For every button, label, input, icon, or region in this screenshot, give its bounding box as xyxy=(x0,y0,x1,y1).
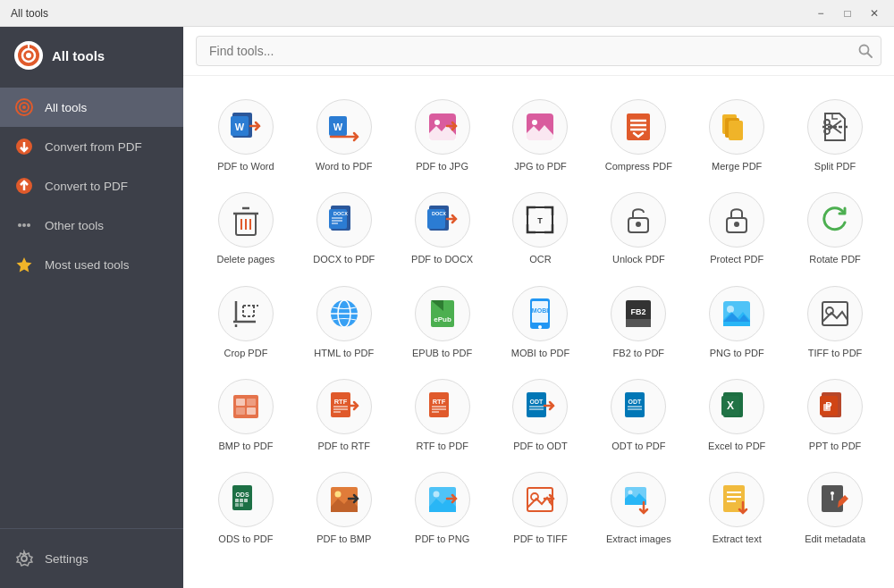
svg-rect-113 xyxy=(823,404,831,411)
sidebar-item-convert-to-pdf[interactable]: Convert to PDF xyxy=(0,166,183,206)
close-button[interactable]: ✕ xyxy=(862,4,887,23)
sidebar-label-most-used-tools: Most used tools xyxy=(45,258,130,272)
tool-icon-pdf-to-docx: DOCX xyxy=(415,192,470,248)
svg-rect-103 xyxy=(625,392,645,417)
tool-item-merge-pdf[interactable]: Merge PDF xyxy=(688,90,785,180)
tool-icon-compress-pdf xyxy=(611,99,666,155)
sidebar-label-settings: Settings xyxy=(45,552,89,566)
tool-icon-html-to-pdf xyxy=(316,286,372,341)
sidebar-item-most-used-tools[interactable]: Most used tools xyxy=(0,245,183,284)
tool-item-pdf-to-tiff[interactable]: PDF to TIFF xyxy=(493,463,589,552)
sidebar-item-convert-from-pdf[interactable]: Convert from PDF xyxy=(0,127,183,166)
tool-item-rtf-to-pdf[interactable]: RTF RTF to PDF xyxy=(394,370,491,459)
tool-icon-excel-to-pdf: X xyxy=(709,379,764,434)
main-layout: All tools All tools xyxy=(0,27,894,588)
tool-label-ods-to-pdf: ODS to PDF xyxy=(218,533,273,545)
tool-icon-pdf-to-png xyxy=(415,472,470,527)
svg-text:MOBI: MOBI xyxy=(532,307,548,314)
tool-label-merge-pdf: Merge PDF xyxy=(712,160,762,172)
tool-item-bmp-to-pdf[interactable]: BMP to PDF xyxy=(198,370,294,459)
svg-point-57 xyxy=(734,222,739,227)
tool-item-edit-metadata[interactable]: i Edit metadata xyxy=(787,463,883,552)
tool-item-protect-pdf[interactable]: Protect PDF xyxy=(688,183,785,273)
tool-icon-extract-text xyxy=(709,472,764,527)
tool-item-pdf-to-png[interactable]: PDF to PNG xyxy=(394,463,491,552)
tool-icon-delete-pages xyxy=(218,192,274,248)
tool-icon-split-pdf xyxy=(807,99,863,155)
tool-item-unlock-pdf[interactable]: Unlock PDF xyxy=(590,183,687,273)
svg-rect-87 xyxy=(236,407,245,415)
maximize-button[interactable]: □ xyxy=(835,4,860,23)
tool-icon-protect-pdf xyxy=(709,192,764,248)
tool-label-compress-pdf: Compress PDF xyxy=(605,160,672,172)
convert-from-pdf-icon xyxy=(14,137,34,156)
minimize-button[interactable]: − xyxy=(808,4,833,23)
sidebar-label-convert-to-pdf: Convert to PDF xyxy=(45,180,128,193)
tool-item-epub-to-pdf[interactable]: ePub EPUB to PDF xyxy=(394,277,491,366)
tool-item-rotate-pdf[interactable]: Rotate PDF xyxy=(787,183,883,273)
logo-svg xyxy=(17,44,40,67)
tool-item-word-to-pdf[interactable]: W Word to PDF xyxy=(296,90,392,180)
svg-point-13 xyxy=(21,556,27,561)
tool-item-delete-pages[interactable]: Delete pages xyxy=(198,183,294,273)
tool-item-pdf-to-rtf[interactable]: RTF PDF to RTF xyxy=(296,370,392,459)
tool-item-pdf-to-jpg[interactable]: PDF to JPG xyxy=(394,90,491,180)
tool-item-pdf-to-odt[interactable]: ODT PDF to ODT xyxy=(493,370,589,459)
svg-text:RTF: RTF xyxy=(432,398,445,406)
svg-rect-88 xyxy=(247,407,256,415)
tool-label-fb2-to-pdf: FB2 to PDF xyxy=(613,347,664,359)
tool-item-extract-text[interactable]: Extract text xyxy=(688,463,785,552)
tool-icon-pdf-to-odt: ODT xyxy=(512,379,568,434)
tool-item-ppt-to-pdf[interactable]: P PPT to PDF xyxy=(787,370,883,459)
tool-icon-mobi-to-pdf: MOBI xyxy=(512,286,568,341)
tool-item-compress-pdf[interactable]: Compress PDF xyxy=(590,90,687,180)
tool-label-html-to-pdf: HTML to PDF xyxy=(314,347,374,359)
tool-item-ods-to-pdf[interactable]: ODS ODS to PDF xyxy=(198,463,294,552)
app-logo-icon xyxy=(14,41,43,70)
tool-label-epub-to-pdf: EPUB to PDF xyxy=(412,347,472,359)
svg-rect-129 xyxy=(723,485,745,512)
svg-text:FB2: FB2 xyxy=(631,307,646,316)
tool-item-jpg-to-pdf[interactable]: JPG to PDF xyxy=(493,90,589,180)
tool-item-pdf-to-docx[interactable]: DOCX PDF to DOCX xyxy=(394,183,491,273)
tool-icon-crop-pdf xyxy=(218,286,274,341)
svg-text:DOCX: DOCX xyxy=(432,211,446,216)
svg-point-6 xyxy=(22,105,26,109)
tool-label-extract-images: Extract images xyxy=(606,533,671,545)
tool-item-png-to-pdf[interactable]: PNG to PDF xyxy=(688,277,785,366)
tool-item-docx-to-pdf[interactable]: DOCX DOCX to PDF xyxy=(296,183,392,273)
tool-item-html-to-pdf[interactable]: HTML to PDF xyxy=(296,277,392,366)
svg-rect-118 xyxy=(244,499,248,502)
tool-item-split-pdf[interactable]: Split PDF xyxy=(787,90,883,180)
tool-icon-fb2-to-pdf: FB2 xyxy=(611,286,666,341)
sidebar-item-settings[interactable]: Settings xyxy=(0,540,183,577)
tool-item-tiff-to-pdf[interactable]: TIFF to PDF xyxy=(787,277,883,366)
tool-item-crop-pdf[interactable]: Crop PDF xyxy=(198,277,294,366)
svg-rect-31 xyxy=(729,121,743,140)
window-title: All tools xyxy=(11,7,48,20)
search-input[interactable] xyxy=(196,36,881,66)
sidebar-logo: All tools xyxy=(0,27,183,84)
window-controls: − □ ✕ xyxy=(808,4,887,23)
tool-item-pdf-to-bmp[interactable]: PDF to BMP xyxy=(296,463,392,552)
tool-label-word-to-pdf: Word to PDF xyxy=(316,160,372,172)
svg-point-22 xyxy=(434,120,440,125)
tool-label-pdf-to-odt: PDF to ODT xyxy=(513,440,568,452)
tool-item-pdf-to-word[interactable]: W PDF to Word xyxy=(198,90,294,180)
tool-item-mobi-to-pdf[interactable]: MOBI MOBI to PDF xyxy=(493,277,589,366)
tool-icon-rotate-pdf xyxy=(807,192,863,248)
tool-item-odt-to-pdf[interactable]: ODT ODT to PDF xyxy=(590,370,687,459)
other-tools-icon xyxy=(14,215,34,235)
tool-icon-ppt-to-pdf: P xyxy=(807,379,863,434)
svg-point-9 xyxy=(18,223,21,227)
sidebar-item-all-tools[interactable]: All tools xyxy=(0,88,183,127)
tool-item-extract-images[interactable]: Extract images xyxy=(590,463,687,552)
sidebar-item-other-tools[interactable]: Other tools xyxy=(0,206,183,245)
search-button[interactable] xyxy=(858,44,873,58)
tool-item-fb2-to-pdf[interactable]: FB2 FB2 to PDF xyxy=(590,277,687,366)
tool-item-excel-to-pdf[interactable]: X Excel to PDF xyxy=(688,370,785,459)
tool-label-pdf-to-rtf: PDF to RTF xyxy=(318,440,370,452)
tool-icon-epub-to-pdf: ePub xyxy=(415,286,470,341)
tool-item-ocr[interactable]: T OCR xyxy=(493,183,589,273)
svg-rect-116 xyxy=(235,499,239,502)
